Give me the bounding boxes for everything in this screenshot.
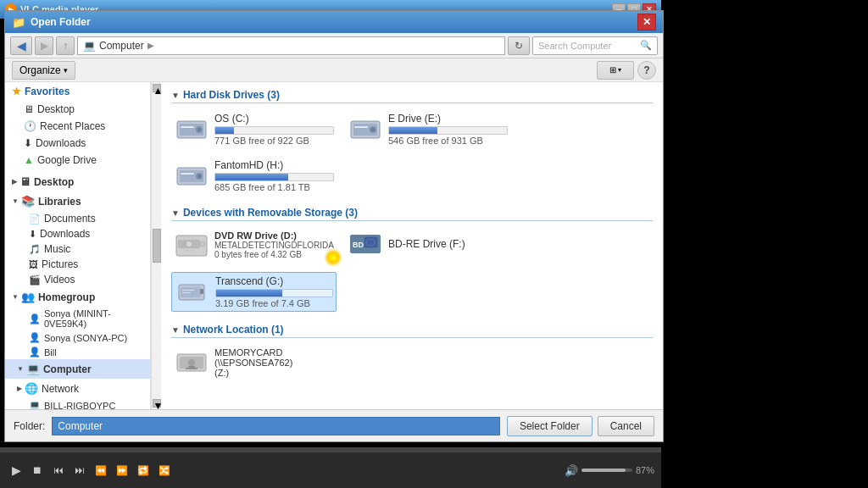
drive-c-info: OS (C:) 771 GB free of 922 GB xyxy=(214,113,334,146)
refresh-button[interactable]: ↻ xyxy=(508,36,530,55)
back-button[interactable]: ◀ xyxy=(10,36,32,55)
documents-label: Documents xyxy=(44,213,96,225)
usb-info: Transcend (G:) 3.19 GB free of 7.4 GB xyxy=(215,275,333,308)
sidebar-scrollbar[interactable]: ▲ ▼ xyxy=(151,82,161,409)
dvd-sub: METALDETECTINGDFLORIDA xyxy=(214,241,334,250)
drive-f[interactable]: BD BD-RE Drive (F:) xyxy=(345,228,510,263)
forward-button[interactable]: ▶ xyxy=(35,36,53,55)
sidebar-item-documents[interactable]: 📄 Documents xyxy=(5,211,150,226)
shuffle-button[interactable]: 🔀 xyxy=(155,461,174,480)
drive-g[interactable]: Transcend (G:) 3.19 GB free of 7.4 GB xyxy=(171,272,337,312)
drive-c-bar-fill xyxy=(215,127,234,134)
search-box[interactable]: Search Computer 🔍 xyxy=(532,36,658,55)
fast-forward-button[interactable]: ⏩ xyxy=(113,461,131,480)
volume-bar[interactable] xyxy=(581,469,632,472)
prev-button[interactable]: ⏮ xyxy=(49,461,68,480)
drive-e[interactable]: E Drive (E:) 546 GB free of 931 GB xyxy=(345,110,510,148)
desktop-group-header[interactable]: ▶ 🖥 Desktop xyxy=(5,172,150,191)
removable-section: ▼ Devices with Removable Storage (3) xyxy=(171,207,653,312)
sidebar-item-downloads[interactable]: ⬇ Downloads xyxy=(5,135,150,152)
libraries-label: Libraries xyxy=(38,196,81,208)
sidebar-item-recent-places[interactable]: 🕐 Recent Places xyxy=(5,118,150,135)
desktop-group-label: Desktop xyxy=(34,176,74,188)
network-label: Network xyxy=(42,383,79,395)
svg-rect-14 xyxy=(181,173,194,175)
sidebar-item-music[interactable]: 🎵 Music xyxy=(5,241,150,257)
svg-rect-28 xyxy=(182,292,191,293)
desktop-icon: 🖥 xyxy=(24,103,34,115)
drive-c-icon xyxy=(174,116,209,143)
desktop-folder-icon: 🖥 xyxy=(19,175,31,188)
libraries-header[interactable]: ▼ 📚 Libraries xyxy=(5,191,150,211)
sidebar-libraries-group: ▼ 📚 Libraries 📄 Documents ⬇ Downloads 🎵 xyxy=(5,191,150,287)
folder-input[interactable]: Computer xyxy=(52,417,500,435)
expand-network-icon: ▶ xyxy=(17,385,22,392)
svg-rect-32 xyxy=(188,366,195,368)
sidebar-item-computer[interactable]: ▼ 💻 Computer xyxy=(5,359,150,379)
sidebar-item-google-drive[interactable]: ▲ Google Drive xyxy=(5,152,150,169)
hard-disks-header: ▼ Hard Disk Drives (3) xyxy=(171,89,653,103)
dialog-close-icon[interactable]: ✕ xyxy=(637,14,656,30)
play-button[interactable]: ▶ xyxy=(7,461,25,480)
drive-e-free: 546 GB free of 931 GB xyxy=(388,136,508,146)
content-panel: ▼ Hard Disk Drives (3) xyxy=(161,82,663,409)
computer-label: Computer xyxy=(43,363,92,375)
sonya1-icon: 👤 xyxy=(29,313,41,324)
drive-z[interactable]: MEMORYCARD (\\EPSONSEA762) (Z:) xyxy=(171,345,337,380)
rewind-button[interactable]: ⏪ xyxy=(92,461,110,480)
google-drive-icon: ▲ xyxy=(24,154,34,166)
drive-e-icon xyxy=(348,116,383,143)
path-arrow: ▶ xyxy=(147,41,154,50)
sidebar-item-downloads2[interactable]: ⬇ Downloads xyxy=(5,226,150,241)
svg-rect-33 xyxy=(186,368,198,369)
cancel-button[interactable]: Cancel xyxy=(598,416,654,436)
next-button[interactable]: ⏭ xyxy=(70,461,89,480)
folder-label: Folder: xyxy=(14,420,45,432)
homegroup-header[interactable]: ▼ 👥 Homegroup xyxy=(5,287,150,307)
help-button[interactable]: ? xyxy=(637,61,656,80)
music-label: Music xyxy=(44,243,70,255)
removable-arrow-icon: ▼ xyxy=(171,208,180,218)
stop-button[interactable]: ⏹ xyxy=(28,461,47,480)
toolbar: Organize ▾ ⊞ ▾ ? xyxy=(5,58,663,82)
drive-h-icon xyxy=(174,163,209,190)
svg-point-19 xyxy=(186,241,192,247)
organize-label: Organize xyxy=(19,64,61,76)
sidebar-homegroup-group: ▼ 👥 Homegroup 👤 Sonya (MININT-0VE59K4) 👤… xyxy=(5,287,150,359)
search-icon[interactable]: 🔍 xyxy=(640,40,652,51)
drive-c[interactable]: OS (C:) 771 GB free of 922 GB xyxy=(171,110,337,148)
sidebar-favorites-section: ★ Favorites 🖥 Desktop 🕐 Recent Places ⬇ … xyxy=(5,82,150,169)
select-folder-button[interactable]: Select Folder xyxy=(507,416,593,436)
sidebar-item-pictures[interactable]: 🖼 Pictures xyxy=(5,257,150,272)
drive-c-name: OS (C:) xyxy=(214,113,334,125)
svg-rect-4 xyxy=(181,126,194,128)
star-icon: ★ xyxy=(12,86,21,97)
sidebar-item-bill-rigboypc[interactable]: 💻 BILL-RIGBOYPC xyxy=(5,398,150,409)
expand-libraries-icon: ▼ xyxy=(12,197,19,205)
vlc-controls: ▶ ⏹ ⏮ ⏭ ⏪ ⏩ 🔁 🔀 🔊 87% xyxy=(0,447,661,488)
favorites-header[interactable]: ★ Favorites xyxy=(5,82,150,101)
expand-computer-icon: ▼ xyxy=(17,365,24,373)
sidebar-item-network[interactable]: ▶ 🌐 Network xyxy=(5,379,150,398)
loop-button[interactable]: 🔁 xyxy=(134,461,153,480)
sidebar-item-videos[interactable]: 🎬 Videos xyxy=(5,272,150,287)
sidebar-item-desktop[interactable]: 🖥 Desktop xyxy=(5,101,150,118)
sidebar-item-bill[interactable]: 👤 Bill xyxy=(5,345,150,359)
sidebar-desktop-group: ▶ 🖥 Desktop xyxy=(5,172,150,191)
volume-icon[interactable]: 🔊 xyxy=(565,464,578,477)
organize-button[interactable]: Organize ▾ xyxy=(12,61,75,80)
drive-e-name: E Drive (E:) xyxy=(388,113,508,125)
controls-row: ▶ ⏹ ⏮ ⏭ ⏪ ⏩ 🔁 🔀 🔊 87% xyxy=(0,452,661,488)
drive-h-free: 685 GB free of 1.81 TB xyxy=(214,182,334,192)
main-area: ★ Favorites 🖥 Desktop 🕐 Recent Places ⬇ … xyxy=(5,82,663,409)
view-toggle-button[interactable]: ⊞ ▾ xyxy=(597,61,634,80)
address-path[interactable]: 💻 Computer ▶ xyxy=(77,36,505,55)
bd-icon: BD xyxy=(348,230,383,258)
up-button[interactable]: ↑ xyxy=(56,36,75,55)
drive-d[interactable]: DVD RW Drive (D:) METALDETECTINGDFLORIDA… xyxy=(171,228,337,263)
dvd-name: DVD RW Drive (D:) xyxy=(214,230,334,241)
sidebar-item-sonya1[interactable]: 👤 Sonya (MININT-0VE59K4) xyxy=(5,307,150,330)
drive-h[interactable]: FantomHD (H:) 685 GB free of 1.81 TB xyxy=(171,157,337,195)
sidebar-item-sonya2[interactable]: 👤 Sonya (SONYA-PC) xyxy=(5,330,150,345)
drive-c-bar-container xyxy=(214,126,334,135)
